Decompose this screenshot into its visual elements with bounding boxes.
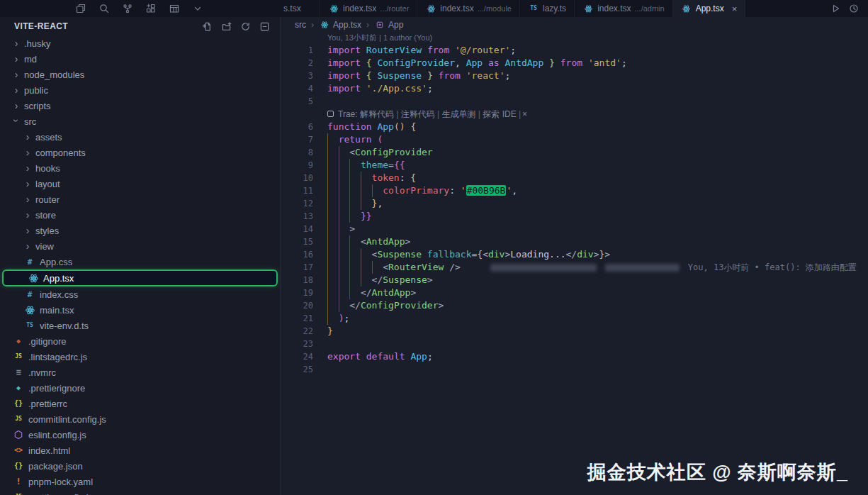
- file-.nvmrc[interactable]: ≡.nvmrc: [0, 365, 280, 380]
- tab-App.tsx[interactable]: App.tsx×: [673, 0, 746, 17]
- code-line[interactable]: <Suspense fallback={<div>Loading...</div…: [327, 248, 610, 261]
- token: :: [400, 172, 411, 183]
- token: AntdApp: [366, 236, 405, 247]
- code-line[interactable]: export default App;: [327, 350, 433, 363]
- tab-index.tsx[interactable]: index.tsx.../module: [417, 0, 520, 17]
- line-number: 12: [281, 197, 313, 210]
- ai-action-4[interactable]: 探索 IDE: [483, 109, 516, 119]
- file-package.json[interactable]: {}package.json: [0, 458, 280, 474]
- code-line[interactable]: token: {: [327, 172, 416, 184]
- breadcrumb-item-App.tsx[interactable]: App.tsx: [319, 20, 361, 30]
- code-line[interactable]: import { Suspense } from 'react';: [327, 69, 510, 82]
- folder-node_modules[interactable]: ›node_modules: [0, 67, 280, 82]
- indent-guide: [361, 172, 372, 184]
- code-line[interactable]: </ConfigProvider>: [327, 299, 444, 312]
- folder-src[interactable]: ›src: [0, 113, 280, 129]
- folder-public[interactable]: ›public: [0, 82, 280, 98]
- folder-components[interactable]: ›components: [0, 145, 280, 160]
- code-line[interactable]: colorPrimary: '#00B96B',: [327, 184, 517, 197]
- ai-action-1[interactable]: 解释代码: [360, 109, 394, 119]
- run-icon[interactable]: [830, 3, 841, 14]
- file-index.css[interactable]: #index.css: [0, 287, 280, 302]
- code-line[interactable]: }: [327, 325, 333, 338]
- code-line[interactable]: import RouterView from '@/router';: [327, 44, 516, 57]
- folder-styles[interactable]: ›styles: [0, 223, 280, 238]
- file-prettier.config.js[interactable]: JSprettier.config.js: [0, 489, 280, 495]
- code-line[interactable]: );: [327, 312, 349, 325]
- file-.lintstagedrc.js[interactable]: JS.lintstagedrc.js: [0, 349, 280, 365]
- code-line[interactable]: <ConfigProvider: [327, 146, 433, 159]
- breadcrumb-item-src[interactable]: src: [295, 20, 306, 30]
- hint-close-icon[interactable]: ×: [522, 109, 527, 119]
- token: >: [427, 274, 433, 285]
- trae-inline-hint[interactable]: Trae: 解释代码 | 注释代码 | 生成单测 | 探索 IDE |×: [327, 108, 527, 121]
- panel-icon[interactable]: [75, 3, 86, 14]
- code-line[interactable]: },: [327, 197, 383, 210]
- file-.prettierrc[interactable]: {}.prettierrc: [0, 396, 280, 411]
- folder-.husky[interactable]: ›.husky: [0, 35, 280, 51]
- tab-index.tsx[interactable]: index.tsx.../router: [320, 0, 417, 17]
- line-number: 8: [281, 146, 313, 159]
- file-App.css[interactable]: #App.css: [0, 254, 280, 269]
- tab-s.tsx[interactable]: s.tsx: [281, 0, 320, 17]
- file-pnpm-lock.yaml[interactable]: !pnpm-lock.yaml: [0, 474, 280, 489]
- code-line[interactable]: import './App.css';: [327, 82, 433, 95]
- code-line[interactable]: <RouterView />You, 13小时前 • feat(): 添加路由配…: [327, 261, 857, 274]
- collapse-icon[interactable]: [259, 21, 270, 32]
- folder-assets[interactable]: ›assets: [0, 129, 280, 145]
- folder-hooks[interactable]: ›hooks: [0, 160, 280, 176]
- folder-view[interactable]: ›view: [0, 238, 280, 254]
- line-number: 6: [281, 121, 313, 133]
- ide-window: s.tsxindex.tsx.../routerindex.tsx.../mod…: [0, 0, 868, 495]
- folder-layout[interactable]: ›layout: [0, 176, 280, 191]
- code-row: 9 theme={{: [281, 159, 868, 172]
- ai-action-2[interactable]: 注释代码: [401, 109, 435, 119]
- file-index.html[interactable]: <>index.html: [0, 443, 280, 458]
- token: [422, 45, 427, 55]
- history-icon[interactable]: [848, 3, 859, 14]
- tab-index.tsx[interactable]: index.tsx.../admin: [575, 0, 673, 17]
- file-App.tsx[interactable]: App.tsx: [2, 269, 278, 287]
- chevron-down-icon[interactable]: [192, 3, 203, 14]
- indent-guide: [327, 146, 339, 159]
- fork-icon[interactable]: [122, 3, 133, 14]
- code-line[interactable]: import { ConfigProvider, App as AntdApp …: [327, 57, 627, 69]
- chevron-icon: ›: [24, 147, 31, 158]
- code-line[interactable]: >: [327, 223, 355, 235]
- file-eslint.config.js[interactable]: eslint.config.js: [0, 427, 280, 443]
- folder-store[interactable]: ›store: [0, 207, 280, 223]
- close-icon[interactable]: ×: [732, 4, 738, 13]
- new-folder-icon[interactable]: [221, 21, 232, 32]
- file-commitlint.config.js[interactable]: JScommitlint.config.js: [0, 411, 280, 427]
- refresh-icon[interactable]: [240, 21, 251, 32]
- new-file-icon[interactable]: [202, 21, 213, 32]
- code-line[interactable]: <AntdApp>: [327, 235, 410, 248]
- code-line[interactable]: return (: [327, 133, 383, 146]
- tab-lazy.ts[interactable]: TSlazy.ts: [520, 0, 575, 17]
- folder-scripts[interactable]: ›scripts: [0, 98, 280, 113]
- ts-icon: TS: [528, 6, 539, 11]
- code-line[interactable]: </Suspense>: [327, 274, 433, 287]
- grid-icon[interactable]: [169, 3, 180, 14]
- code-line[interactable]: theme={{: [327, 159, 405, 172]
- code-line[interactable]: function App() {: [327, 121, 416, 133]
- code-line[interactable]: }}: [327, 210, 372, 223]
- code-line[interactable]: </AntdApp>: [327, 287, 416, 299]
- chevron-icon: ›: [11, 117, 22, 124]
- file-.prettierignore[interactable]: ◆.prettierignore: [0, 380, 280, 396]
- tab-directory-hint: .../module: [478, 4, 512, 13]
- file-vite-env.d.ts[interactable]: TSvite-env.d.ts: [0, 318, 280, 333]
- folder-md[interactable]: ›md: [0, 51, 280, 67]
- prettier-file-icon: ◆: [13, 384, 24, 391]
- file-.gitignore[interactable]: ◆.gitignore: [0, 333, 280, 349]
- html-file-icon: <>: [13, 447, 24, 454]
- folder-router[interactable]: ›router: [0, 191, 280, 207]
- token: <: [349, 147, 355, 157]
- search-icon[interactable]: [98, 3, 110, 14]
- indent-guide: [339, 261, 350, 274]
- extensions-icon[interactable]: [145, 3, 157, 14]
- file-main.tsx[interactable]: main.tsx: [0, 302, 280, 318]
- indent-guide: [349, 184, 361, 197]
- ai-action-3[interactable]: 生成单测: [442, 109, 476, 119]
- breadcrumb-item-App[interactable]: App: [374, 20, 403, 30]
